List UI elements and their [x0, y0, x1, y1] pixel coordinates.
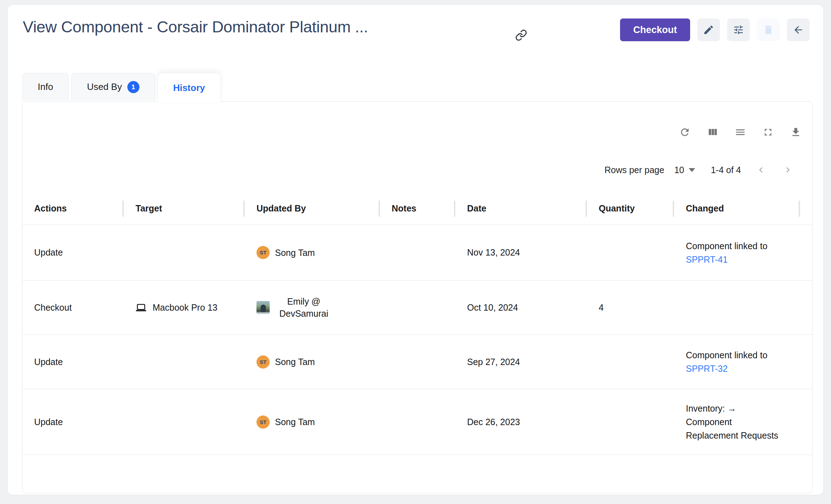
date-cell: Dec 26, 2023	[455, 389, 587, 455]
history-table-panel: Rows per page 10 1-4 of 4 Actions Target…	[22, 101, 813, 493]
rows-per-page-label: Rows per page	[604, 165, 664, 175]
table-header-row: Actions Target Updated By Notes Date Qua…	[22, 192, 812, 225]
avatar: ST	[256, 415, 270, 429]
action-cell: Checkout	[22, 280, 124, 334]
download-icon[interactable]	[790, 127, 801, 138]
action-cell: Update	[22, 225, 124, 280]
table-body: Update ST Song Tam Nov 13, 2024 Componen…	[22, 225, 812, 455]
delete-button[interactable]	[757, 18, 780, 41]
chevron-down-icon	[689, 168, 695, 172]
chevron-left-icon	[756, 165, 766, 175]
quantity-cell	[587, 225, 674, 280]
tab-history-label: History	[173, 82, 205, 93]
avatar: ST	[256, 355, 270, 369]
changed-cell: Component linked to SPPRT-41	[674, 225, 800, 280]
column-header-date[interactable]: Date	[455, 192, 587, 225]
target-cell	[124, 389, 245, 455]
table-row: Update ST Song Tam Sep 27, 2024 Componen…	[22, 335, 812, 389]
updated-by-cell: ST Song Tam	[245, 389, 380, 455]
avatar: ST	[256, 246, 270, 259]
density-icon[interactable]	[735, 127, 746, 138]
target-cell	[124, 225, 245, 280]
column-header-actions[interactable]: Actions	[22, 192, 124, 225]
rows-per-page-select[interactable]: 10	[674, 165, 695, 175]
column-header-quantity[interactable]: Quantity	[587, 192, 674, 225]
refresh-icon[interactable]	[679, 127, 690, 138]
updated-by-cell: ST Song Tam	[245, 335, 380, 389]
filters-button[interactable]	[727, 18, 750, 41]
updated-by-cell: Emily @ DevSamurai	[245, 280, 380, 334]
tab-used-by-label: Used By	[87, 81, 122, 92]
tab-used-by[interactable]: Used By 1	[71, 73, 155, 101]
updated-by-cell: ST Song Tam	[245, 225, 380, 280]
table-toolbar	[679, 127, 801, 138]
target-cell	[124, 335, 245, 389]
notes-cell	[380, 335, 455, 389]
notes-cell	[380, 225, 455, 280]
copy-link-icon[interactable]	[515, 29, 528, 42]
changed-link[interactable]: SPPRT-41	[686, 254, 728, 264]
laptop-icon	[136, 302, 147, 313]
next-page-button[interactable]	[780, 162, 796, 178]
table-row: Checkout Macbook Pro 13 Emily @ DevSamur…	[22, 280, 812, 335]
back-arrow-icon	[793, 24, 804, 36]
pagination: Rows per page 10 1-4 of 4	[604, 161, 796, 178]
checkout-button[interactable]: Checkout	[620, 18, 690, 41]
changed-cell	[674, 280, 800, 334]
changed-cell: Component linked to SPPRT-32	[674, 335, 800, 389]
updated-by-name: Song Tam	[275, 247, 315, 259]
column-header-target[interactable]: Target	[124, 192, 245, 225]
used-by-count-badge: 1	[127, 81, 139, 93]
action-cell: Update	[22, 389, 124, 455]
column-header-changed[interactable]: Changed	[674, 192, 800, 225]
action-cell: Update	[22, 335, 124, 389]
quantity-cell	[587, 335, 674, 389]
filters-sliders-icon	[733, 24, 744, 36]
avatar-photo	[256, 301, 270, 314]
target-cell: Macbook Pro 13	[124, 280, 245, 334]
changed-text: Inventory: → Component Replacement Reque…	[686, 403, 778, 440]
chevron-right-icon	[783, 165, 793, 175]
tab-bar: Info Used By 1 History	[22, 73, 221, 102]
column-header-notes[interactable]: Notes	[380, 192, 455, 225]
edit-button[interactable]	[697, 18, 720, 41]
changed-cell: Inventory: → Component Replacement Reque…	[674, 389, 800, 455]
column-header-updated-by[interactable]: Updated By	[245, 192, 380, 225]
notes-cell	[380, 389, 455, 455]
target-name: Macbook Pro 13	[153, 302, 217, 313]
back-button[interactable]	[787, 18, 810, 41]
columns-icon[interactable]	[707, 127, 718, 138]
tab-info-label: Info	[38, 81, 53, 92]
updated-by-name: Song Tam	[275, 356, 315, 368]
date-cell: Sep 27, 2024	[455, 335, 587, 389]
header-actions: Checkout	[620, 18, 810, 41]
rows-per-page-value: 10	[674, 165, 684, 175]
updated-by-name: Song Tam	[275, 416, 315, 428]
date-cell: Oct 10, 2024	[455, 280, 587, 334]
tab-info[interactable]: Info	[22, 73, 69, 101]
edit-pencil-icon	[703, 24, 714, 36]
updated-by-name: Emily @ DevSamurai	[275, 295, 333, 320]
changed-text: Component linked to	[686, 350, 767, 360]
changed-link[interactable]: SPPRT-32	[686, 364, 728, 374]
tab-history[interactable]: History	[158, 73, 221, 102]
changed-text: Component linked to	[686, 241, 767, 251]
fullscreen-icon[interactable]	[762, 127, 774, 138]
page-title: View Component - Corsair Dominator Plati…	[23, 18, 368, 36]
pagination-range: 1-4 of 4	[711, 165, 741, 175]
date-cell: Nov 13, 2024	[455, 225, 587, 280]
quantity-cell	[587, 389, 674, 455]
table-row: Update ST Song Tam Nov 13, 2024 Componen…	[22, 225, 812, 280]
notes-cell	[380, 280, 455, 334]
quantity-cell: 4	[587, 280, 674, 334]
trash-icon	[763, 24, 774, 36]
table-row: Update ST Song Tam Dec 26, 2023 Inventor…	[22, 389, 812, 455]
prev-page-button[interactable]	[753, 162, 769, 178]
